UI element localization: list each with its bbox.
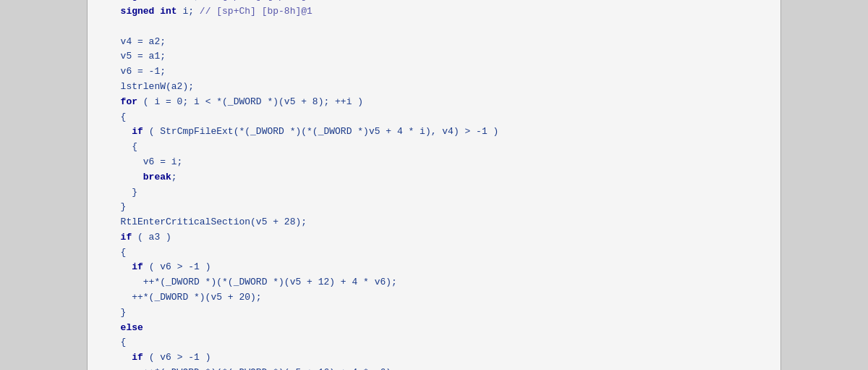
code-window: int __fastcall sub_402100(int a1, int a2…	[87, 0, 781, 370]
line-13: {	[109, 112, 126, 122]
line-26: }	[109, 307, 126, 318]
line-17: break;	[109, 172, 177, 182]
line-16: v6 = i;	[109, 156, 182, 167]
line-5: signed int v6; // [sp+8h] [bp-Ch]@1	[109, 0, 318, 1]
line-28: {	[109, 337, 126, 348]
line-15: {	[109, 141, 137, 152]
line-6: signed int i; // [sp+Ch] [bp-8h]@1	[109, 6, 312, 17]
line-24: ++*(_DWORD *)(*(_DWORD *)(v5 + 12) + 4 *…	[109, 277, 397, 287]
line-14: if ( StrCmpFileExt(*(_DWORD *)(*(_DWORD …	[109, 126, 498, 137]
line-18: }	[109, 187, 137, 198]
line-8: v4 = a2;	[109, 36, 166, 47]
line-11: lstrlenW(a2);	[109, 81, 194, 92]
line-27: else	[109, 322, 143, 333]
line-12: for ( i = 0; i < *(_DWORD *)(v5 + 8); ++…	[109, 96, 363, 107]
line-30: ++*(_DWORD *)(*(_DWORD *)(v5 + 16) + 4 *…	[109, 367, 397, 370]
line-20: RtlEnterCriticalSection(v5 + 28);	[109, 216, 307, 227]
line-23: if ( v6 > -1 )	[109, 261, 210, 272]
line-10: v6 = -1;	[109, 66, 166, 77]
line-9: v5 = a1;	[109, 51, 166, 62]
line-19: }	[109, 201, 126, 212]
code-block: int __fastcall sub_402100(int a1, int a2…	[109, 0, 759, 370]
line-29: if ( v6 > -1 )	[109, 352, 210, 363]
line-25: ++*(_DWORD *)(v5 + 20);	[109, 292, 262, 303]
line-21: if ( a3 )	[109, 232, 171, 243]
line-22: {	[109, 247, 126, 258]
